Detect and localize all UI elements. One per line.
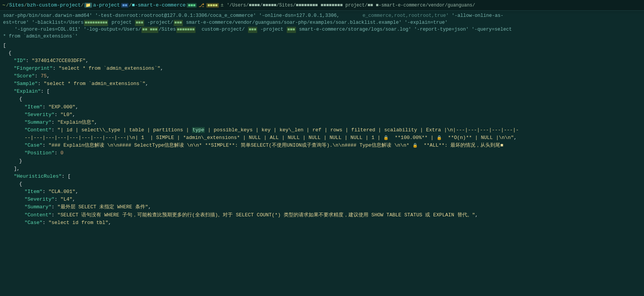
case-line: "Case": "### Explain信息解读 \n\n#### Select…: [3, 142, 641, 149]
path-sep-1: /: [6, 2, 9, 8]
cmd-line-1: soar-php/bin/soar.darwin-amd64' '-test-d…: [3, 12, 641, 19]
explain-brace-open: {: [3, 95, 641, 103]
tilde: ~: [0, 2, 6, 8]
bzh-label: bzh-custom-project: [27, 2, 80, 8]
summary-line: "Summary": "Explain信息",: [3, 119, 641, 126]
terminal-window: ~ / Sites / bzh-custom-project / 📁 a-pro…: [0, 0, 644, 296]
position-line: "Position": 0: [3, 149, 641, 157]
h-item-line: "Item": "CLA.001",: [3, 188, 641, 196]
json-output: [ { "ID": "374014C7CCE03DFF", "Fingerpri…: [3, 42, 641, 227]
segment-sites: Sites: [9, 2, 24, 8]
project-badge: ■■: [121, 3, 128, 8]
h-content-line: "Content": "SELECT 语句没有 WHERE 子句，可能检查比预期…: [3, 211, 641, 219]
right-path-display: '/Users/■■■■/■■■■■/Sites/■■■■■■■■ ■■■■■■…: [225, 3, 476, 8]
project-label: a-project: [93, 2, 120, 8]
root-bracket-open: [: [3, 42, 641, 49]
plus-minus-indicator: ±: [219, 2, 225, 8]
project-icon-badge: 📁: [84, 3, 92, 8]
explain-bracket-close: ],: [3, 165, 641, 173]
cmd-line-2: est=true' '-blacklist=/Users■■■■■■■■■ pr…: [3, 19, 641, 26]
heuristic-key-line: "HeuristicRules": [: [3, 173, 641, 180]
severity-line: "Severity": "L0",: [3, 111, 641, 119]
content-area: soar-php/bin/soar.darwin-amd64' '-test-d…: [0, 11, 644, 228]
cmd-line-3: '-ignore-rules=COL.011' '-log-output=/Us…: [3, 26, 641, 33]
segment-bzh: bzh-custom-project: [27, 2, 80, 8]
score-line: "Score": 75,: [3, 72, 641, 80]
h-severity-line: "Severity": "L4",: [3, 196, 641, 203]
path-sep-4: /: [129, 2, 132, 8]
segment-ecommerce: ■-smart-e-commerce ■■■: [132, 2, 197, 8]
segment-project: 📁 a-project ■■: [84, 2, 129, 8]
git-branch-icon: ⎇: [197, 2, 206, 8]
sites-label: Sites: [9, 2, 24, 8]
tab-path: ~ / Sites / bzh-custom-project / 📁 a-pro…: [0, 2, 644, 8]
h-summary-line: "Summary": "最外层 SELECT 未指定 WHERE 条件",: [3, 203, 641, 211]
ecommerce-badge: ■■■: [187, 3, 197, 8]
tab-bar: ~ / Sites / bzh-custom-project / 📁 a-pro…: [0, 0, 644, 11]
item-line: "Item": "EXP.000",: [3, 103, 641, 111]
root-brace-open: {: [3, 49, 641, 57]
ecommerce-label: ■-smart-e-commerce: [132, 2, 186, 8]
content-line-2: --|---|---|---|---|---|---|---|---|\n| 1…: [3, 134, 641, 142]
sample-line: "Sample": "select * from `admin_extensio…: [3, 80, 641, 88]
explain-brace-close: }: [3, 157, 641, 165]
git-branch-badge: ■■■■: [206, 3, 219, 8]
id-line: "ID": "374014C7CCE03DFF",: [3, 57, 641, 65]
explain-key-line: "Explain": [: [3, 88, 641, 95]
fingerprint-line: "Fingerprint": "select * from `admin_ext…: [3, 65, 641, 72]
content-line: "Content": "| id | select\\_type | table…: [3, 126, 641, 134]
path-sep-3: /: [81, 2, 84, 8]
h-case-line: "Case": "select id from tbl",: [3, 219, 641, 227]
cmd-line-4: * from `admin_extensions`': [3, 33, 641, 40]
path-sep-2: /: [24, 2, 27, 8]
heuristic-brace-open: {: [3, 180, 641, 188]
